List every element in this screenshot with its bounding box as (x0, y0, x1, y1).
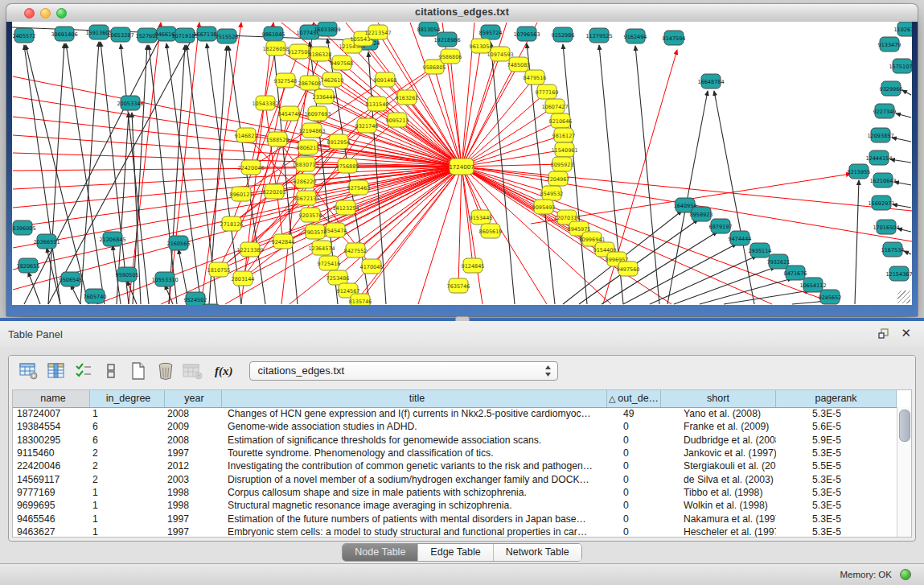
graph-node[interactable]: 8427552 (344, 243, 368, 257)
table-row[interactable]: 911546021997Tourette syndrome. Phenomeno… (13, 447, 897, 459)
graph-node[interactable]: 9127508 (288, 44, 311, 59)
graph-node[interactable]: 8210646 (549, 113, 573, 128)
graph-node[interactable]: 9242844 (272, 234, 295, 249)
graph-node[interactable]: 9133479 (878, 37, 901, 51)
graph-node[interactable]: 8479516 (524, 70, 547, 84)
graph-node[interactable]: 9245652 (819, 290, 842, 304)
graph-node[interactable]: 10553310 (151, 272, 178, 286)
table-cell[interactable]: Changes of HCN gene expression and I(f) … (222, 408, 607, 419)
graph-node[interactable]: 2867608 (298, 76, 322, 90)
float-panel-icon[interactable] (877, 328, 890, 340)
graph-node[interactable]: 20053346 (117, 96, 143, 110)
graph-node[interactable]: 2160565 (167, 236, 191, 250)
table-cell[interactable]: 2009 (165, 421, 222, 432)
table-cell[interactable]: 0 (607, 513, 661, 525)
table-row[interactable]: 1456911722003Disruption of a novel membe… (13, 472, 897, 485)
graph-node[interactable]: 11279525 (585, 28, 612, 43)
graph-node[interactable]: 7462610 (321, 72, 344, 87)
graph-node[interactable]: 9497568 (331, 56, 354, 70)
new-table-icon[interactable] (126, 359, 150, 383)
table-cell[interactable]: 1 (90, 487, 165, 498)
graph-node[interactable]: 9163261 (396, 90, 419, 105)
table-cell[interactable]: 0 (607, 500, 661, 511)
table-cell[interactable]: 9465546 (13, 513, 90, 525)
table-cell[interactable]: 5.3E-5 (776, 500, 897, 511)
graph-node[interactable]: 9152986 (552, 27, 575, 42)
graph-node[interactable]: 2405572 (13, 28, 36, 43)
table-cell[interactable]: 1997 (165, 526, 222, 537)
graph-node[interactable]: 4170045 (360, 259, 384, 274)
table-cell[interactable]: Stergiakouli et al. (2012) (661, 460, 776, 472)
table-cell[interactable]: 0 (607, 526, 661, 537)
graph-node[interactable]: 2718126 (220, 216, 244, 231)
table-cell[interactable]: 1 (90, 500, 165, 511)
graph-node[interactable]: 9327548 (274, 73, 298, 88)
table-cell[interactable]: 2008 (165, 408, 222, 419)
graph-node[interactable]: 8912954 (327, 134, 351, 149)
table-row[interactable]: 969969511998Structural magnetic resonanc… (13, 499, 897, 512)
table-cell[interactable]: 5.3E-5 (776, 447, 897, 459)
graph-node[interactable]: 9586806 (439, 49, 462, 64)
graph-node[interactable]: 2935114 (749, 243, 772, 257)
graph-node[interactable]: 9590505 (116, 267, 139, 282)
table-cell[interactable]: Wolkin et al. (1998) (661, 500, 776, 511)
column-header-out_de[interactable]: △out_de… (607, 390, 661, 407)
table-row[interactable]: 946362711997Embryonic stem cells: a mode… (13, 525, 897, 537)
table-cell[interactable]: Corpus callosum shape and size in male p… (222, 487, 607, 498)
graph-node[interactable]: 7635746 (447, 278, 470, 293)
graph-node[interactable]: 15692971 (868, 196, 894, 210)
scrollbar-thumb[interactable] (899, 410, 910, 442)
table-cell[interactable]: 2 (90, 460, 165, 472)
delete-table-icon[interactable] (154, 359, 178, 383)
table-cell[interactable]: 2 (90, 474, 165, 485)
column-header-year[interactable]: year (165, 390, 222, 407)
graph-node[interactable]: 9329966 (880, 81, 903, 96)
table-cell[interactable]: Jankovic et al. (1997) (661, 447, 776, 459)
graph-node[interactable]: 8471676 (784, 266, 807, 280)
graph-node[interactable]: 1588520 (266, 132, 290, 146)
network-window[interactable]: citations_edges.txt 24055723069140615913… (6, 4, 918, 316)
graph-node[interactable]: 12213547 (364, 25, 391, 39)
graph-node[interactable]: 9474444 (729, 231, 752, 245)
graph-node[interactable]: 18830715 (292, 157, 318, 171)
table-cell[interactable]: Embryonic stem cells: a model to study s… (222, 526, 607, 537)
column-header-pagerank[interactable]: pagerank (776, 390, 897, 407)
graph-node[interactable]: 9095493 (532, 200, 556, 214)
graph-node[interactable]: 10396005 (12, 220, 36, 235)
graph-node[interactable]: 30672135 (293, 191, 319, 205)
table-cell[interactable]: 5.3E-5 (776, 487, 897, 498)
graph-node[interactable]: 8545474 (324, 223, 347, 237)
graph-node[interactable]: 9861045 (262, 27, 285, 41)
graph-node[interactable]: 1810755 (207, 262, 231, 277)
graph-node[interactable]: 8095923 (551, 157, 574, 171)
graph-node[interactable]: 22420046 (237, 160, 264, 175)
table-cell[interactable]: 1998 (165, 487, 222, 498)
graph-node[interactable]: 6879197 (709, 219, 733, 233)
graph-node[interactable]: 12154367 (885, 266, 912, 281)
graph-node[interactable]: 8595724 (479, 25, 503, 39)
tab-node-table[interactable]: Node Table (343, 544, 418, 561)
graph-node[interactable]: 20266551 (33, 234, 60, 249)
graph-node[interactable]: 9275463 (347, 180, 371, 195)
table-cell[interactable]: 0 (607, 447, 661, 459)
graph-node[interactable]: 8605619 (479, 224, 503, 238)
select-attributes-icon[interactable] (72, 359, 96, 383)
graph-node[interactable]: 2336444 (313, 89, 336, 104)
table-cell[interactable]: Estimation of the future numbers of pati… (222, 513, 607, 525)
table-cell[interactable]: 22420046 (13, 460, 90, 472)
table-cell[interactable]: 5.3E-5 (776, 408, 897, 419)
citation-network-graph[interactable]: 2405572306914061591360510653287152760294… (12, 22, 912, 305)
graph-node[interactable]: 12093857 (867, 128, 893, 142)
function-builder-icon[interactable]: f(x) (215, 365, 233, 378)
graph-node[interactable]: 16097693 (304, 106, 331, 121)
graph-node[interactable]: 14123254 (332, 200, 359, 215)
graph-node[interactable]: 9153445 (470, 210, 493, 225)
table-cell[interactable]: 9699695 (13, 500, 90, 511)
graph-node[interactable]: 16210643 (869, 173, 896, 187)
network-canvas[interactable]: 2405572306914061591360510653287152760294… (12, 22, 912, 305)
table-cell[interactable]: Franke et al. (2009) (661, 421, 776, 432)
table-cell[interactable]: 14569117 (13, 474, 90, 485)
table-cell[interactable]: 5.3E-5 (776, 526, 897, 537)
table-cell[interactable]: Hescheler et al. (1997) (661, 526, 776, 537)
graph-node[interactable]: 8813054 (417, 22, 441, 36)
